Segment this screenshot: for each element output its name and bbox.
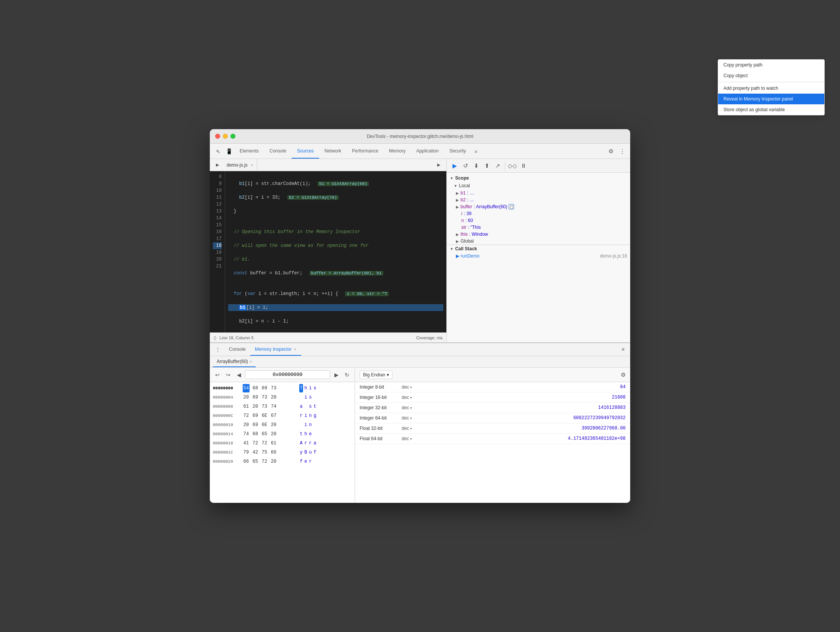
scope-item-b1[interactable]: ▶ b1 : … bbox=[447, 190, 630, 196]
float64-format[interactable]: dec ▾ bbox=[402, 436, 425, 441]
hex-address-input[interactable] bbox=[245, 370, 330, 379]
hex-byte-73b[interactable]: 73 bbox=[261, 402, 268, 411]
hex-byte-72[interactable]: 72 bbox=[243, 412, 250, 420]
hex-char-s2[interactable]: s bbox=[308, 393, 312, 402]
hex-char-r3[interactable]: r bbox=[308, 439, 312, 447]
bottom-tab-console[interactable]: Console bbox=[224, 343, 250, 356]
hex-byte-73a[interactable]: 73 bbox=[261, 393, 268, 402]
hex-byte-20g[interactable]: 20 bbox=[270, 457, 277, 466]
hex-char-n2[interactable]: n bbox=[308, 421, 312, 429]
hex-char-r[interactable]: r bbox=[299, 412, 303, 420]
hex-char-h2[interactable]: h bbox=[304, 430, 308, 438]
hex-byte-72a[interactable]: 72 bbox=[252, 439, 259, 447]
hex-byte-67[interactable]: 67 bbox=[270, 412, 277, 420]
hex-byte-20c[interactable]: 20 bbox=[252, 402, 259, 411]
step-out-button[interactable]: ⬆ bbox=[482, 161, 492, 171]
hex-byte-69a[interactable]: 69 bbox=[252, 393, 259, 402]
fullscreen-button[interactable] bbox=[230, 134, 235, 139]
bottom-tab-memory-inspector[interactable]: Memory Inspector × bbox=[250, 343, 301, 356]
memory-inspect-icon[interactable]: 📋 bbox=[509, 204, 514, 209]
tab-console[interactable]: Console bbox=[264, 144, 292, 159]
scope-item-buffer[interactable]: ▶ buffer : ArrayBuffer(60) 📋 bbox=[447, 203, 630, 210]
call-stack-header[interactable]: ▼ Call Stack bbox=[447, 245, 630, 253]
hex-byte-72[interactable]: 72 bbox=[261, 457, 268, 466]
tab-performance[interactable]: Performance bbox=[347, 144, 384, 159]
deactivate-breakpoints-button[interactable]: ◇◇ bbox=[508, 161, 517, 171]
scope-item-this[interactable]: ▶ this : Window bbox=[447, 231, 630, 238]
hex-byte-66[interactable]: 66 bbox=[270, 448, 277, 457]
bottom-panel-menu-icon[interactable]: ⋮ bbox=[213, 345, 223, 355]
hex-byte-6e2[interactable]: 6E bbox=[261, 421, 268, 429]
resume-button[interactable]: ▶ bbox=[450, 161, 460, 171]
int64-format[interactable]: dec ▾ bbox=[402, 415, 425, 421]
local-header[interactable]: ▼ Local bbox=[447, 182, 630, 190]
hex-char-s[interactable]: s bbox=[313, 384, 317, 392]
int32-format[interactable]: dec ▾ bbox=[402, 405, 425, 410]
bottom-panel-close-button[interactable]: × bbox=[619, 346, 627, 353]
hex-char-e2[interactable]: e bbox=[304, 457, 308, 466]
hex-char-y[interactable]: y bbox=[299, 448, 303, 457]
step-over-button[interactable]: ↺ bbox=[461, 161, 470, 171]
float32-format[interactable]: dec ▾ bbox=[402, 426, 425, 431]
tab-network[interactable]: Network bbox=[319, 144, 347, 159]
hex-char-r2[interactable]: r bbox=[308, 457, 312, 466]
buffer-tab-close-btn[interactable]: × bbox=[250, 359, 252, 364]
hex-byte-20f[interactable]: 20 bbox=[270, 430, 277, 438]
hex-byte-68[interactable]: 68 bbox=[252, 384, 259, 392]
tab-application[interactable]: Application bbox=[411, 144, 444, 159]
hex-char-f2[interactable]: f bbox=[299, 457, 303, 466]
minimize-button[interactable] bbox=[223, 134, 228, 139]
file-tree-icon[interactable]: ▶ bbox=[212, 160, 223, 170]
scope-header[interactable]: ▼ Scope bbox=[447, 174, 630, 182]
hex-char-i3[interactable]: i bbox=[304, 412, 308, 420]
hex-byte-69b[interactable]: 69 bbox=[252, 412, 259, 420]
tab-memory[interactable]: Memory bbox=[384, 144, 411, 159]
responsive-icon[interactable]: 📱 bbox=[224, 146, 234, 157]
buffer-tab[interactable]: ArrayBuffer(60) × bbox=[213, 356, 256, 367]
hex-refresh-button[interactable]: ↻ bbox=[342, 370, 352, 379]
step-button[interactable]: ↗ bbox=[493, 161, 503, 171]
brackets-icon[interactable]: {} bbox=[214, 335, 216, 340]
hex-char-i[interactable]: i bbox=[308, 384, 312, 392]
hex-byte-79[interactable]: 79 bbox=[243, 448, 250, 457]
hex-next-page[interactable]: ▶ bbox=[332, 370, 341, 379]
settings-icon[interactable]: ⚙ bbox=[606, 146, 616, 156]
close-button[interactable] bbox=[215, 134, 220, 139]
interpreter-settings-icon[interactable]: ⚙ bbox=[621, 371, 626, 378]
hex-byte-74a[interactable]: 74 bbox=[243, 430, 250, 438]
hex-byte-20b[interactable]: 20 bbox=[270, 393, 277, 402]
hex-byte-72b[interactable]: 72 bbox=[261, 439, 268, 447]
tab-elements[interactable]: Elements bbox=[234, 144, 264, 159]
hex-char-s3[interactable]: s bbox=[308, 402, 312, 411]
file-tab[interactable]: demo-js.js × bbox=[223, 159, 257, 171]
format-icon[interactable]: ▶ bbox=[433, 160, 444, 170]
scope-item-b2[interactable]: ▶ b2 : … bbox=[447, 196, 630, 203]
hex-byte-61a[interactable]: 61 bbox=[270, 439, 277, 447]
hex-byte-69c[interactable]: 69 bbox=[252, 421, 259, 429]
hex-byte-61[interactable]: 61 bbox=[243, 402, 250, 411]
tab-sources[interactable]: Sources bbox=[292, 144, 319, 159]
hex-byte-75[interactable]: 75 bbox=[261, 448, 268, 457]
hex-char-a2[interactable]: a bbox=[313, 439, 317, 447]
hex-byte-54[interactable]: 54 bbox=[243, 384, 250, 392]
tab-more-icon[interactable]: » bbox=[471, 148, 480, 154]
hex-char-T[interactable]: T bbox=[299, 384, 303, 392]
tab-security[interactable]: Security bbox=[444, 144, 471, 159]
hex-byte-20d[interactable]: 20 bbox=[243, 421, 250, 429]
scope-item-i[interactable]: i : 39 bbox=[447, 210, 630, 217]
hex-char-i4[interactable]: i bbox=[304, 421, 308, 429]
hex-char-e[interactable]: e bbox=[308, 430, 312, 438]
hex-byte-6e[interactable]: 6E bbox=[261, 412, 268, 420]
scope-item-global[interactable]: ▶ Global bbox=[447, 238, 630, 245]
hex-char-r2[interactable]: r bbox=[304, 439, 308, 447]
hex-byte-68a[interactable]: 68 bbox=[252, 430, 259, 438]
hex-char-i2[interactable]: i bbox=[304, 393, 308, 402]
hex-byte-41[interactable]: 41 bbox=[243, 439, 250, 447]
pause-exceptions-button[interactable]: ⏸ bbox=[518, 161, 528, 171]
hex-char-B[interactable]: B bbox=[304, 448, 308, 457]
hex-byte-42[interactable]: 42 bbox=[252, 448, 259, 457]
hex-byte-73[interactable]: 73 bbox=[270, 384, 277, 392]
hex-byte-66b[interactable]: 66 bbox=[243, 457, 250, 466]
hex-byte-20a[interactable]: 20 bbox=[243, 393, 250, 402]
hex-char-a[interactable]: a bbox=[299, 402, 303, 411]
